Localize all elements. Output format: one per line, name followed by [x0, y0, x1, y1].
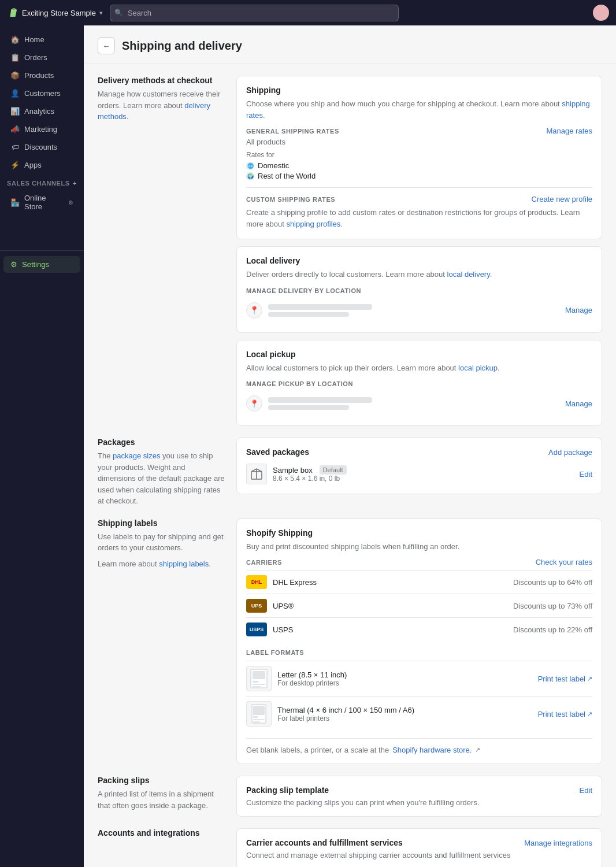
shipping-labels-section: Shipping labels Use labels to pay for sh…	[98, 518, 602, 765]
shipping-labels-link[interactable]: shipping labels	[159, 560, 209, 568]
package-dims: 8.6 × 5.4 × 1.6 in, 0 lb	[273, 475, 574, 483]
svg-rect-5	[253, 684, 265, 685]
add-package-link[interactable]: Add package	[548, 448, 592, 457]
shipping-profiles-link[interactable]: shipping profiles	[286, 220, 340, 228]
sidebar-item-products[interactable]: 📦 Products	[3, 66, 80, 84]
package-box-icon	[246, 464, 267, 484]
hardware-note: Get blank labels, a printer, or a scale …	[246, 738, 592, 754]
label-info-letter: Letter (8.5 × 11 inch) For desktop print…	[277, 670, 532, 687]
location-blurred-text	[268, 304, 372, 310]
products-icon: 📦	[10, 71, 20, 80]
sidebar-item-online-store[interactable]: 🏪 Online Store ⚙	[3, 190, 80, 215]
customers-icon: 👤	[10, 88, 20, 98]
delivery-methods-section: Delivery methods at checkout Manage how …	[98, 76, 602, 426]
carrier-name-dhl: DHL Express	[273, 578, 507, 587]
back-icon: ←	[103, 42, 110, 50]
check-rates-link[interactable]: Check your rates	[536, 558, 592, 566]
edit-package-link[interactable]: Edit	[580, 470, 592, 479]
carrier-discount-dhl: Discounts up to 64% off	[513, 578, 592, 587]
accounts-title: Accounts and integrations	[98, 828, 225, 838]
print-label-letter-link[interactable]: Print test label ↗	[538, 675, 592, 683]
sidebar-item-settings[interactable]: ⚙ Settings	[3, 256, 80, 273]
carrier-accounts-desc: Connect and manage external shipping car…	[246, 851, 592, 859]
carrier-discount-usps: Discounts up to 22% off	[513, 625, 592, 634]
package-sizes-link[interactable]: package sizes	[113, 451, 160, 460]
world-rate-item: 🌍 Rest of the World	[246, 172, 592, 180]
carriers-header: CARRIERS Check your rates	[246, 558, 592, 566]
delivery-methods-right: Shipping Choose where you ship and how m…	[236, 76, 602, 426]
delivery-methods-left: Delivery methods at checkout Manage how …	[98, 76, 225, 123]
label-formats-label: LABEL FORMATS	[246, 649, 592, 656]
online-store-settings-icon[interactable]: ⚙	[68, 199, 73, 206]
domestic-rate-item: 🌐 Domestic	[246, 161, 592, 170]
manage-integrations-link[interactable]: Manage integrations	[524, 839, 592, 847]
manage-delivery-link[interactable]: Manage	[565, 306, 592, 314]
print-label-thermal-link[interactable]: Print test label ↗	[538, 710, 592, 718]
packing-slip-desc: Customize the packing slips you can prin…	[246, 798, 592, 807]
label-info-thermal: Thermal (4 × 6 inch / 100 × 150 mm / A6)…	[277, 706, 532, 722]
package-info: Sample box Default 8.6 × 5.4 × 1.6 in, 0…	[273, 465, 574, 483]
create-profile-link[interactable]: Create new profile	[532, 195, 593, 203]
delivery-methods-desc: Manage how customers receive their order…	[98, 88, 225, 123]
local-pickup-link[interactable]: local pickup	[458, 364, 498, 372]
svg-rect-3	[253, 671, 265, 679]
svg-rect-11	[253, 721, 260, 722]
online-store-icon: 🏪	[10, 198, 20, 207]
default-badge: Default	[320, 465, 347, 475]
label-name-letter: Letter (8.5 × 11 inch)	[277, 670, 532, 679]
sidebar-item-apps[interactable]: ⚡ Apps	[3, 156, 80, 173]
orders-icon: 📋	[10, 53, 20, 62]
label-format-letter: Letter (8.5 × 11 inch) For desktop print…	[246, 661, 592, 696]
accounts-card-header: Carrier accounts and fulfillment service…	[246, 838, 592, 847]
packages-right: Saved packages Add package	[236, 438, 602, 494]
rates-for-label: Rates for	[246, 151, 592, 159]
local-delivery-card: Local delivery Deliver orders directly t…	[236, 246, 602, 333]
shipping-divider	[246, 187, 592, 188]
add-channel-button[interactable]: +	[73, 180, 77, 187]
shipping-labels-desc2: Learn more about shipping labels.	[98, 558, 225, 570]
shopify-shipping-card: Shopify Shipping Buy and print discounte…	[236, 518, 602, 765]
package-name: Sample box	[273, 466, 313, 475]
edit-packing-slip-link[interactable]: Edit	[580, 786, 592, 795]
accounts-right: Carrier accounts and fulfillment service…	[236, 828, 602, 867]
sidebar-item-marketing[interactable]: 📣 Marketing	[3, 120, 80, 138]
carrier-accounts-title: Carrier accounts and fulfillment service…	[246, 838, 403, 847]
domestic-globe-icon: 🌐	[246, 162, 254, 170]
carrier-discount-ups: Discounts up to 73% off	[513, 602, 592, 610]
shipping-labels-title: Shipping labels	[98, 518, 225, 528]
location-pin-icon: 📍	[246, 302, 262, 318]
local-delivery-title: Local delivery	[246, 256, 592, 265]
sidebar-item-orders[interactable]: 📋 Orders	[3, 49, 80, 66]
hardware-store-link[interactable]: Shopify hardware store.	[392, 746, 472, 754]
package-row: Sample box Default 8.6 × 5.4 × 1.6 in, 0…	[246, 464, 592, 484]
page-header: ← Shipping and delivery	[84, 25, 616, 64]
sidebar-item-customers[interactable]: 👤 Customers	[3, 84, 80, 102]
manage-pickup-link[interactable]: Manage	[565, 399, 592, 408]
store-dropdown-icon[interactable]: ▾	[99, 9, 103, 17]
saved-packages-title: Saved packages	[246, 447, 309, 457]
store-logo-area[interactable]: Exciting Store Sample ▾	[7, 7, 103, 18]
label-preview-thermal	[246, 701, 272, 727]
settings-icon: ⚙	[10, 260, 17, 269]
external-icon: ↗	[475, 746, 480, 754]
label-name-thermal: Thermal (4 × 6 inch / 100 × 150 mm / A6)	[277, 706, 532, 714]
sidebar-item-home[interactable]: 🏠 Home	[3, 31, 80, 48]
local-delivery-location-row: 📍 Manage	[246, 298, 592, 323]
svg-rect-4	[253, 681, 258, 683]
search-input[interactable]	[110, 5, 399, 21]
avatar[interactable]	[593, 5, 609, 21]
delivery-methods-title: Delivery methods at checkout	[98, 76, 225, 85]
packing-card-header: Packing slip template Edit	[246, 786, 592, 795]
label-subtext-thermal: For label printers	[277, 714, 532, 722]
world-globe-icon: 🌍	[246, 172, 254, 180]
back-button[interactable]: ←	[98, 37, 115, 54]
all-products-text: All products	[246, 138, 592, 146]
svg-rect-9	[253, 716, 258, 718]
local-delivery-link[interactable]: local delivery	[447, 270, 490, 279]
manage-rates-link[interactable]: Manage rates	[547, 127, 593, 135]
local-pickup-location-row: 📍 Manage	[246, 391, 592, 416]
sidebar-item-analytics[interactable]: 📊 Analytics	[3, 102, 80, 120]
pickup-location-icon: 📍	[246, 395, 262, 412]
carrier-accounts-card: Carrier accounts and fulfillment service…	[236, 828, 602, 867]
sidebar-item-discounts[interactable]: 🏷 Discounts	[3, 138, 80, 155]
